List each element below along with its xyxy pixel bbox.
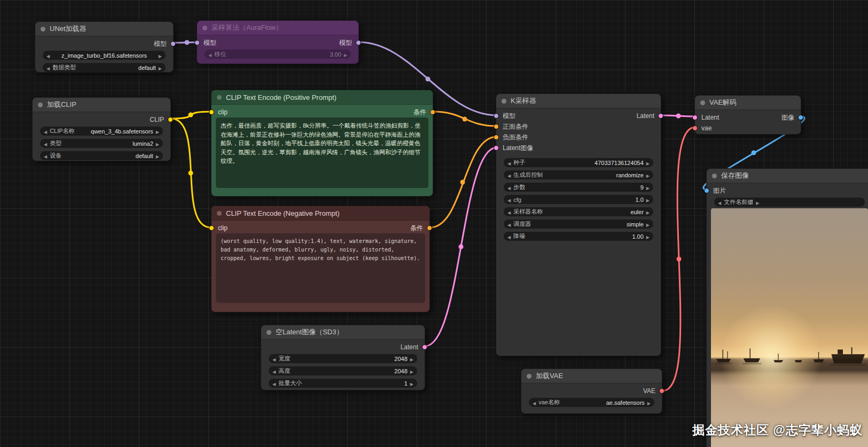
node-ksampler[interactable]: K采样器 模型 Latent 正面条件 负面条件 Latent图像	[496, 93, 661, 356]
model-output-port[interactable]	[170, 41, 176, 46]
clip-name-widget[interactable]: CLIP名称 qwen_3_4b.safetensors	[40, 127, 163, 136]
widget-prev-icon[interactable]	[507, 197, 511, 203]
widget-prev-icon[interactable]	[507, 221, 511, 228]
node-titlebar[interactable]: CLIP Text Encode (Negative Prompt)	[212, 206, 429, 221]
widget-next-icon[interactable]	[646, 209, 650, 215]
shift-widget[interactable]: 移位 3.00	[205, 50, 351, 59]
width-widget[interactable]: 宽度 2048	[269, 354, 417, 363]
widget-next-icon[interactable]	[159, 52, 162, 59]
port-row: Latent	[261, 342, 425, 352]
widget-prev-icon[interactable]	[272, 368, 276, 374]
widget-next-icon[interactable]	[344, 51, 347, 58]
widget-next-icon[interactable]	[647, 399, 651, 406]
widget-prev-icon[interactable]	[507, 209, 511, 215]
widget-next-icon[interactable]	[646, 197, 650, 203]
seed-widget[interactable]: 种子 470337136124054	[504, 158, 653, 167]
node-aura-sampler[interactable]: 采样算法（AuraFlow） 模型 模型 移位 3.00	[197, 20, 359, 64]
negative-input-port[interactable]	[494, 135, 499, 140]
latent-output-port[interactable]	[422, 344, 427, 350]
clip-device-widget[interactable]: 设备 default	[40, 151, 163, 160]
widget-next-icon[interactable]	[646, 160, 650, 166]
widget-next-icon[interactable]	[410, 368, 413, 374]
widget-prev-icon[interactable]	[272, 356, 276, 362]
denoise-widget[interactable]: 降噪 1.00	[504, 232, 653, 241]
widget-next-icon[interactable]	[410, 380, 413, 387]
widget-prev-icon[interactable]	[507, 172, 511, 178]
clip-input-port[interactable]	[209, 225, 214, 231]
dtype-widget[interactable]: 数据类型 default	[43, 63, 166, 72]
conditioning-output-port[interactable]	[430, 109, 435, 115]
filename-prefix-widget[interactable]: 文件名前缀	[714, 198, 865, 207]
node-titlebar[interactable]: UNet加载器	[35, 22, 173, 36]
widget-prev-icon[interactable]	[533, 399, 536, 406]
node-positive-prompt[interactable]: CLIP Text Encode (Positive Prompt) clip …	[211, 90, 433, 197]
node-title: 保存图像	[721, 171, 749, 181]
model-input-port[interactable]	[194, 40, 200, 45]
vae-name-widget[interactable]: vae名称 ae.safetensors	[529, 398, 654, 407]
vae-output-port[interactable]	[659, 388, 664, 394]
node-titlebar[interactable]: VAE解码	[695, 96, 801, 110]
steps-widget[interactable]: 步数 9	[504, 183, 653, 192]
scheduler-widget[interactable]: 调度器 simple	[504, 219, 653, 229]
node-save-image[interactable]: 保存图像 图片 文件名前缀	[706, 168, 868, 447]
node-titlebar[interactable]: 空Latent图像（SD3）	[261, 325, 425, 340]
node-graph-canvas[interactable]: UNet加载器 模型 z_image_turbo_bf16.safetensor…	[0, 0, 868, 447]
cfg-label: cfg	[513, 197, 521, 203]
widget-next-icon[interactable]	[646, 221, 650, 228]
widget-prev-icon[interactable]	[46, 65, 50, 71]
unet-name-widget[interactable]: z_image_turbo_bf16.safetensors	[43, 51, 166, 60]
sampler-name-widget[interactable]: 采样器名称 euler	[504, 207, 653, 216]
widget-prev-icon[interactable]	[272, 380, 276, 387]
clip-output-port[interactable]	[168, 117, 173, 122]
image-input-port[interactable]	[704, 188, 709, 193]
widget-prev-icon[interactable]	[507, 233, 511, 240]
node-titlebar[interactable]: CLIP Text Encode (Positive Prompt)	[212, 90, 433, 105]
widget-prev-icon[interactable]	[46, 52, 50, 59]
node-empty-latent[interactable]: 空Latent图像（SD3） Latent 宽度 2048 高度 2048 批量…	[261, 325, 425, 390]
image-output-port[interactable]	[798, 115, 803, 120]
widget-next-icon[interactable]	[646, 184, 650, 191]
widget-next-icon[interactable]	[159, 65, 162, 71]
clip-type-widget[interactable]: 类型 lumina2	[40, 139, 163, 148]
widget-next-icon[interactable]	[646, 233, 650, 240]
widget-prev-icon[interactable]	[507, 160, 511, 166]
widget-prev-icon[interactable]	[44, 140, 47, 147]
positive-prompt-textarea[interactable]: 杰作，最佳画质，超写实摄影，8k分辨率。一个戴着传统斗笠的渔妇剪影，坐在海滩上，…	[216, 117, 428, 188]
node-vae-decode[interactable]: VAE解码 Latent 图像 vae	[694, 95, 801, 135]
widget-prev-icon[interactable]	[507, 184, 511, 191]
negative-prompt-textarea[interactable]: (worst quality, low quality:1.4), text, …	[216, 233, 425, 303]
widget-next-icon[interactable]	[646, 172, 650, 178]
batch-widget[interactable]: 批量大小 1	[269, 379, 417, 388]
node-titlebar[interactable]: 加载VAE	[521, 369, 662, 383]
model-input-port[interactable]	[494, 113, 499, 119]
height-widget[interactable]: 高度 2048	[269, 366, 417, 375]
widget-next-icon[interactable]	[156, 153, 159, 159]
widget-prev-icon[interactable]	[44, 128, 47, 135]
node-titlebar[interactable]: K采样器	[496, 94, 661, 108]
node-clip-loader[interactable]: 加载CLIP CLIP CLIP名称 qwen_3_4b.safetensors…	[32, 97, 171, 161]
widget-next-icon[interactable]	[156, 128, 159, 135]
node-titlebar[interactable]: 采样算法（AuraFlow）	[197, 21, 358, 35]
node-negative-prompt[interactable]: CLIP Text Encode (Negative Prompt) clip …	[211, 206, 430, 312]
node-titlebar[interactable]: 加载CLIP	[33, 98, 170, 112]
latent-input-port[interactable]	[494, 145, 499, 151]
widget-prev-icon[interactable]	[208, 51, 212, 58]
node-unet-loader[interactable]: UNet加载器 模型 z_image_turbo_bf16.safetensor…	[35, 21, 174, 73]
cfg-widget[interactable]: cfg 1.0	[504, 195, 653, 204]
node-titlebar[interactable]: 保存图像	[707, 169, 868, 183]
clip-input-port[interactable]	[209, 109, 214, 115]
widget-prev-icon[interactable]	[718, 199, 721, 206]
model-output-port[interactable]	[356, 40, 361, 45]
widget-next-icon[interactable]	[156, 140, 159, 147]
conditioning-output-port[interactable]	[427, 225, 432, 231]
latent-output-port[interactable]	[658, 113, 663, 119]
latent-input-port[interactable]	[692, 115, 698, 120]
widget-next-icon[interactable]	[756, 199, 759, 206]
positive-input-port[interactable]	[494, 124, 499, 129]
widget-next-icon[interactable]	[410, 356, 413, 362]
node-vae-loader[interactable]: 加载VAE VAE vae名称 ae.safetensors	[521, 368, 662, 414]
control-after-generate-widget[interactable]: 生成后控制 randomize	[504, 170, 653, 179]
widget-prev-icon[interactable]	[44, 153, 47, 159]
steps-value: 9	[640, 184, 644, 191]
vae-input-port[interactable]	[692, 126, 698, 131]
